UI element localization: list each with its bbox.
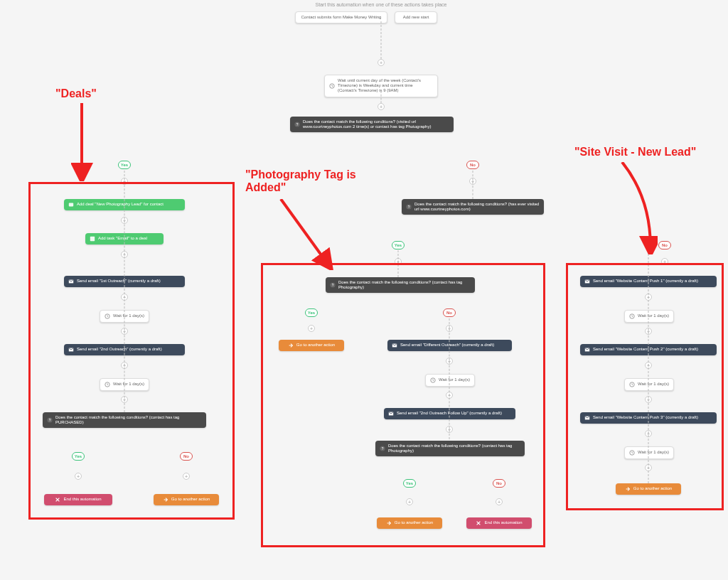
mail-icon (68, 279, 74, 284)
add-step-icon[interactable]: + (661, 258, 668, 265)
yes-pill: Yes (403, 479, 416, 488)
mail-icon (584, 279, 590, 284)
add-step-icon[interactable]: + (378, 103, 385, 110)
no-pill: No (466, 161, 479, 169)
trigger-add-new-start[interactable]: Add new start (395, 11, 437, 23)
arrow-icon (274, 199, 338, 270)
goto-icon (386, 520, 392, 526)
yes-pill: Yes (118, 161, 131, 169)
svg-text:?: ? (408, 205, 410, 209)
trigger-submit-form[interactable]: Contact submits form Make Money Writing (295, 11, 387, 23)
goto-action[interactable]: Go to another action (377, 517, 442, 529)
no-pill: No (443, 308, 456, 317)
add-step-icon[interactable]: + (308, 325, 315, 332)
add-step-icon[interactable]: + (406, 498, 413, 505)
question-icon: ? (294, 122, 300, 127)
question-icon: ? (406, 204, 412, 210)
yes-pill: Yes (392, 241, 405, 249)
clock-icon (329, 83, 335, 89)
goto-icon (288, 343, 294, 348)
yes-pill: Yes (72, 452, 85, 461)
connector (648, 250, 649, 483)
clock-icon (629, 450, 635, 456)
clock-icon (105, 313, 110, 319)
goto-icon (163, 497, 168, 503)
add-step-icon[interactable]: + (75, 473, 82, 480)
goto-action[interactable]: Go to another action (279, 340, 344, 351)
end-automation[interactable]: End this automation (44, 494, 112, 505)
svg-rect-3 (69, 203, 73, 207)
svg-text:?: ? (382, 447, 384, 451)
add-step-icon[interactable]: + (183, 473, 190, 480)
connector (398, 250, 399, 277)
annotation-photo: "Photography Tag is Added" (245, 168, 373, 193)
goto-action[interactable]: Go to another action (616, 483, 681, 495)
header-prompt: Start this automation when one of these … (316, 2, 447, 7)
task-icon (90, 236, 95, 242)
no-pill: No (180, 452, 193, 461)
connector (381, 21, 382, 63)
condition-photo-tag2[interactable]: ? Does the contact match the following c… (375, 441, 525, 456)
clock-icon (430, 377, 436, 383)
send-email-different-outreach[interactable]: Send email "Different Outreach" (current… (387, 340, 512, 351)
svg-text:?: ? (49, 419, 51, 422)
clock-icon (629, 313, 635, 319)
wait-1day-node[interactable]: Wait for 1 day(s) (425, 374, 475, 387)
connector (124, 171, 125, 412)
add-step-icon[interactable]: + (378, 59, 385, 66)
end-icon (476, 520, 481, 526)
send-email-followup[interactable]: Send email "2nd Outreach Follow Up" (cur… (384, 408, 515, 419)
goto-action[interactable]: Go to another action (154, 494, 219, 505)
connector (473, 171, 473, 199)
mail-icon (392, 343, 397, 348)
annotation-site: "Site Visit - New Lead" (574, 146, 696, 159)
arrow-icon (608, 162, 658, 254)
end-icon (55, 497, 60, 503)
yes-pill: Yes (305, 308, 318, 317)
clock-icon (105, 382, 110, 387)
deal-icon (68, 202, 74, 208)
annotation-deals: "Deals" (55, 87, 97, 100)
mail-icon (388, 411, 394, 417)
goto-icon (625, 486, 631, 492)
condition-has-visited[interactable]: ? Does the contact match the following c… (402, 199, 544, 215)
wait-1day-node[interactable]: Wait for 1 day(s) (624, 446, 674, 459)
svg-rect-4 (90, 237, 95, 241)
svg-text:?: ? (332, 284, 334, 287)
wait-1day-node[interactable]: Wait for 1 day(s) (624, 378, 674, 391)
no-pill: No (493, 479, 505, 488)
end-automation[interactable]: End this automation (466, 517, 532, 529)
question-icon: ? (380, 446, 385, 451)
wait-1day-node[interactable]: Wait for 1 day(s) (624, 310, 674, 323)
condition-main[interactable]: ? Does the contact match the following c… (290, 117, 454, 132)
add-step-icon[interactable]: + (496, 498, 503, 505)
question-icon: ? (330, 282, 336, 288)
mail-icon (584, 415, 590, 421)
highlight-photo (261, 263, 545, 547)
automation-canvas: Start this automation when one of these … (0, 0, 728, 580)
svg-text:?: ? (296, 123, 299, 127)
condition-purchased[interactable]: ? Does the contact match the following c… (43, 412, 206, 428)
clock-icon (629, 382, 635, 387)
connector (449, 318, 450, 439)
question-icon: ? (47, 417, 53, 423)
mail-icon (68, 347, 74, 353)
no-pill: No (658, 241, 671, 249)
condition-photo-tag[interactable]: ? Does the contact match the following c… (326, 277, 475, 293)
arrow-icon (71, 103, 100, 181)
mail-icon (584, 347, 590, 353)
